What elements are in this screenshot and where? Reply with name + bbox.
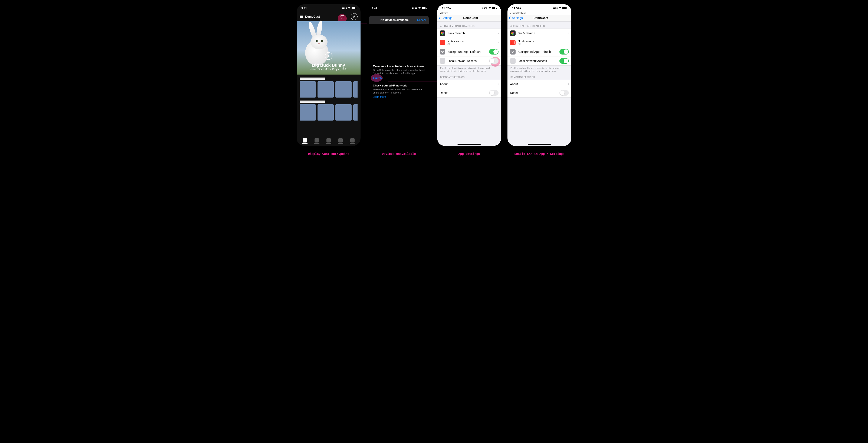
cancel-button[interactable]: Cancel bbox=[417, 18, 426, 22]
settings-link[interactable]: Settings bbox=[373, 76, 382, 79]
breadcrumb-back[interactable]: ◂ Search bbox=[437, 12, 501, 15]
section-header-appsettings: DEMOCAST SETTINGS bbox=[507, 73, 571, 80]
tab-item[interactable] bbox=[314, 138, 319, 144]
caption: Display Cast entrypoint bbox=[308, 152, 349, 156]
settings-group-access: Siri & Search NotificationsOff Backgroun… bbox=[437, 29, 501, 66]
cell-label: Background App Refresh bbox=[447, 50, 489, 54]
app-header: DemoCast bbox=[297, 12, 361, 21]
nav-title: DemoCast bbox=[512, 16, 570, 20]
refresh-icon bbox=[440, 49, 445, 55]
wifi-icon bbox=[348, 7, 351, 10]
location-icon bbox=[519, 7, 521, 10]
nav-title: DemoCast bbox=[442, 16, 499, 20]
cell-label: About bbox=[440, 83, 497, 86]
siri-icon bbox=[440, 30, 445, 36]
phone-cast-dialog: 9:41 ▮▮▮▮ No devices available Cancel Ma… bbox=[367, 4, 431, 146]
cell-background-refresh[interactable]: Background App Refresh bbox=[437, 47, 501, 57]
toggle-reset[interactable] bbox=[489, 90, 498, 96]
cell-siri[interactable]: Siri & Search bbox=[437, 29, 501, 38]
battery-icon bbox=[351, 7, 356, 9]
learn-more-link[interactable]: Learn more bbox=[373, 95, 386, 98]
tab-item[interactable] bbox=[338, 138, 343, 144]
notifications-icon bbox=[440, 40, 445, 45]
home-indicator bbox=[458, 144, 481, 145]
cell-about[interactable]: About bbox=[437, 80, 501, 88]
content-tile[interactable] bbox=[317, 104, 334, 121]
caption: Devices unavailable bbox=[382, 152, 416, 156]
wifi-icon bbox=[559, 7, 562, 10]
toggle-background-refresh[interactable] bbox=[559, 49, 569, 55]
status-bar: 9:41 ▮▮▮▮ bbox=[367, 4, 431, 12]
content-shelf-2 bbox=[297, 98, 361, 121]
shelf-label-placeholder bbox=[300, 100, 325, 103]
cell-local-network-access[interactable]: Local Network Access bbox=[507, 57, 571, 65]
cell-about[interactable]: About bbox=[507, 80, 571, 88]
lna-icon bbox=[510, 58, 516, 64]
cast-icon[interactable] bbox=[340, 15, 345, 18]
cell-label: NotificationsOff bbox=[447, 40, 497, 45]
chevron-right-icon bbox=[497, 83, 499, 85]
wifi-icon bbox=[488, 7, 491, 10]
status-indicators: ▮▮▯▯ bbox=[553, 7, 567, 10]
cell-reset[interactable]: Reset bbox=[437, 88, 501, 97]
status-time: 11:57 bbox=[512, 7, 521, 10]
hero-title: Big Buck Bunny bbox=[312, 63, 345, 68]
menu-icon[interactable] bbox=[300, 15, 303, 18]
cell-reset[interactable]: Reset bbox=[507, 88, 571, 97]
lna-icon bbox=[440, 58, 445, 64]
chevron-right-icon bbox=[497, 41, 499, 44]
section-header-access: ALLOW DEMOCAST TO ACCESS bbox=[507, 22, 571, 29]
content-tile[interactable] bbox=[353, 104, 358, 121]
refresh-icon bbox=[510, 49, 516, 55]
tip-wifi-desc: Make sure your device and the Cast devic… bbox=[373, 88, 425, 94]
content-tile[interactable] bbox=[335, 82, 351, 98]
hero-subtitle: Peach Open Movie Project, 2008 bbox=[310, 68, 347, 71]
highlight-settings-link: Settings bbox=[373, 76, 382, 79]
cell-notifications[interactable]: NotificationsOff bbox=[507, 38, 571, 47]
content-tile[interactable] bbox=[335, 104, 351, 121]
tab-item[interactable] bbox=[326, 138, 331, 144]
play-icon[interactable] bbox=[325, 52, 333, 60]
notifications-icon bbox=[510, 40, 516, 45]
hero-banner[interactable]: Big Buck Bunny Peach Open Movie Project,… bbox=[297, 21, 361, 74]
status-indicators: ▮▮▯▯ bbox=[482, 7, 496, 10]
cell-label: About bbox=[510, 83, 567, 86]
profile-icon[interactable] bbox=[351, 13, 358, 20]
settings-group-app: About Reset bbox=[437, 80, 501, 98]
shelf-label-placeholder bbox=[300, 77, 325, 80]
cell-siri[interactable]: Siri & Search bbox=[507, 29, 571, 38]
cell-local-network-access[interactable]: Local Network Access bbox=[437, 57, 501, 65]
content-tile[interactable] bbox=[353, 82, 358, 98]
location-icon bbox=[449, 7, 451, 10]
phone-settings-lna-on: 11:57 ▮▮▯▯ ◂ DemoCast app Settings DemoC… bbox=[507, 4, 571, 146]
status-bar: 11:57 ▮▮▯▯ bbox=[437, 4, 501, 12]
content-tile[interactable] bbox=[317, 82, 334, 98]
content-tile[interactable] bbox=[300, 104, 316, 121]
content-shelf-1 bbox=[297, 74, 361, 98]
nav-bar: Settings DemoCast bbox=[507, 15, 571, 22]
toggle-reset[interactable] bbox=[559, 90, 569, 96]
cell-notifications[interactable]: NotificationsOff bbox=[437, 38, 501, 47]
section-header-appsettings: DEMOCAST SETTINGS bbox=[437, 73, 501, 80]
tip-wifi-title: Check your Wi-Fi network bbox=[373, 84, 425, 87]
chevron-right-icon bbox=[567, 41, 569, 44]
cell-label: Siri & Search bbox=[447, 32, 497, 35]
breadcrumb-back[interactable]: ◂ DemoCast app bbox=[507, 12, 571, 15]
cell-background-refresh[interactable]: Background App Refresh bbox=[507, 47, 571, 57]
cellular-icon: ▮▮▮▮ bbox=[342, 7, 347, 9]
tab-item[interactable] bbox=[302, 138, 308, 144]
chevron-right-icon bbox=[497, 32, 499, 34]
settings-group-app: About Reset bbox=[507, 80, 571, 98]
cell-label: Reset bbox=[510, 91, 559, 95]
cellular-icon: ▮▮▯▯ bbox=[553, 7, 558, 9]
toggle-lna[interactable] bbox=[559, 58, 569, 64]
content-tile[interactable] bbox=[300, 82, 316, 98]
toggle-lna[interactable] bbox=[489, 58, 498, 64]
tips-content: Make sure Local Network Access is on Go … bbox=[367, 24, 431, 98]
home-indicator bbox=[528, 144, 551, 145]
toggle-background-refresh[interactable] bbox=[489, 49, 498, 55]
tab-item[interactable] bbox=[350, 138, 355, 144]
status-indicators: ▮▮▮▮ bbox=[412, 7, 426, 10]
status-indicators: ▮▮▮▮ bbox=[342, 7, 356, 10]
phone-democast-app: 9:41 ▮▮▮▮ DemoCast bbox=[297, 4, 361, 146]
